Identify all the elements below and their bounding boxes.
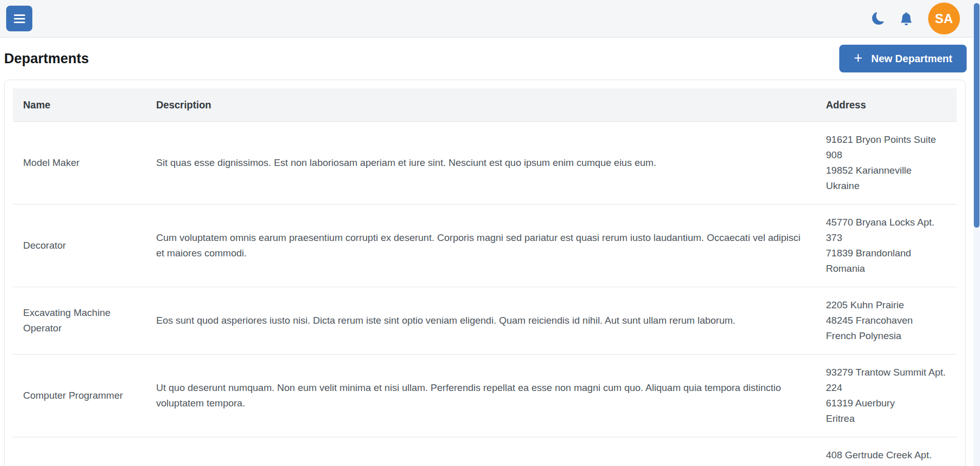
address-line: Ukraine xyxy=(826,178,947,194)
department-name-cell xyxy=(13,437,146,466)
address-line: Eritrea xyxy=(826,411,947,426)
department-name-cell: Decorator xyxy=(13,204,146,287)
departments-card: Name Description Address Model MakerSit … xyxy=(4,80,966,466)
user-avatar[interactable]: SA xyxy=(928,3,960,34)
address-line: 61319 Auerbury xyxy=(826,396,947,411)
bell-icon xyxy=(900,12,913,25)
address-line: 2205 Kuhn Prairie xyxy=(826,297,947,313)
department-description-cell: Ut quo deserunt numquam. Non eum velit m… xyxy=(146,355,816,437)
department-name-cell: Computer Programmer xyxy=(13,355,146,437)
address-line: 93279 Trantow Summit Apt. 224 xyxy=(826,365,947,396)
new-department-button-label: New Department xyxy=(871,53,952,65)
table-body: Model MakerSit quas esse dignissimos. Es… xyxy=(13,122,957,466)
table-row: 408 Gertrude Creek Apt. xyxy=(13,437,957,466)
address-line: 408 Gertrude Creek Apt. xyxy=(826,448,947,463)
table-row: Computer ProgrammerUt quo deserunt numqu… xyxy=(13,355,957,437)
moon-icon xyxy=(872,12,884,25)
address-line: 48245 Francohaven xyxy=(826,313,947,328)
column-header-name: Name xyxy=(13,88,146,122)
column-header-address: Address xyxy=(816,88,957,122)
address-line: 45770 Bryana Locks Apt. 373 xyxy=(826,215,947,246)
hamburger-icon xyxy=(14,14,25,16)
address-line: Romania xyxy=(826,261,947,276)
department-address-cell: 408 Gertrude Creek Apt. xyxy=(816,437,957,466)
vertical-scrollbar[interactable] xyxy=(973,0,980,466)
address-line: French Polynesia xyxy=(826,328,947,344)
department-description-cell: Eos sunt quod asperiores iusto nisi. Dic… xyxy=(146,287,816,355)
page-header: Departments + New Department xyxy=(0,45,973,72)
dark-mode-toggle-button[interactable] xyxy=(872,12,884,25)
table-row: Model MakerSit quas esse dignissimos. Es… xyxy=(13,122,957,204)
table-header-row: Name Description Address xyxy=(13,88,957,122)
address-line: 19852 Karianneville xyxy=(826,163,947,178)
departments-table: Name Description Address Model MakerSit … xyxy=(13,88,957,466)
plus-icon: + xyxy=(854,51,862,66)
notifications-button[interactable] xyxy=(900,12,913,25)
department-name-cell: Model Maker xyxy=(13,122,146,204)
department-description-cell xyxy=(146,437,816,466)
address-line: 91621 Bryon Points Suite 908 xyxy=(826,132,947,163)
table-row: Excavating Machine OperatorEos sunt quod… xyxy=(13,287,957,355)
table-row: DecoratorCum voluptatem omnis earum prae… xyxy=(13,204,957,287)
department-address-cell: 2205 Kuhn Prairie48245 FrancohavenFrench… xyxy=(816,287,957,355)
page-title: Departments xyxy=(4,51,89,67)
column-header-description: Description xyxy=(146,88,816,122)
page-content: SA Departments + New Department Name Des… xyxy=(0,0,973,466)
department-name-cell: Excavating Machine Operator xyxy=(13,287,146,355)
new-department-button[interactable]: + New Department xyxy=(839,45,967,72)
address-line: 71839 Brandonland xyxy=(826,246,947,261)
department-address-cell: 45770 Bryana Locks Apt. 37371839 Brandon… xyxy=(816,204,957,287)
department-address-cell: 93279 Trantow Summit Apt. 22461319 Auerb… xyxy=(816,355,957,437)
top-navbar: SA xyxy=(0,0,973,38)
menu-toggle-button[interactable] xyxy=(6,6,32,31)
department-address-cell: 91621 Bryon Points Suite 90819852 Karian… xyxy=(816,122,957,204)
department-description-cell: Cum voluptatem omnis earum praesentium c… xyxy=(146,204,816,287)
department-description-cell: Sit quas esse dignissimos. Est non labor… xyxy=(146,122,816,204)
scrollbar-thumb[interactable] xyxy=(974,3,979,228)
navbar-right-group: SA xyxy=(872,3,960,34)
